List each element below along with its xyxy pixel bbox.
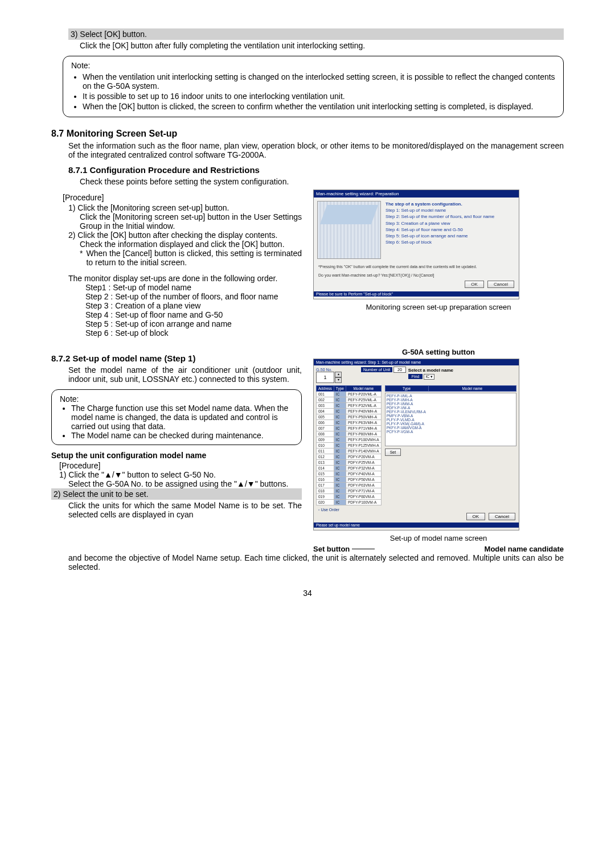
set-button-label: Set button xyxy=(313,545,350,553)
step-line: Step 6: Set-up of block xyxy=(386,239,494,245)
table-row[interactable]: 012ICPDFY-P20VM-A xyxy=(317,454,382,460)
note-title: Note: xyxy=(71,61,555,70)
table-row[interactable]: 020ICPDFY-P100VM-A xyxy=(317,500,382,505)
table-row[interactable]: 001ICPEFY-P20VML-A xyxy=(317,392,382,397)
note-item: The Charge function use this set Model n… xyxy=(71,404,293,431)
step-line: Step 4: Set-up of floor name and G-50 xyxy=(386,227,494,233)
list-item[interactable]: PEFY-P-VML-A xyxy=(387,394,515,398)
screenshot1-caption: Monitoring screen set-up preparation scr… xyxy=(313,303,564,311)
section-8-7-2-heading: 8.7.2 Set-up of model name (Step 1) xyxy=(51,353,302,363)
g50-label: G-50 No. xyxy=(316,368,342,372)
section-8-7-1-intro: Check these points before setting the sy… xyxy=(80,177,564,186)
note-item: When the [OK] button is clicked, the scr… xyxy=(83,102,555,111)
model-name-candidate-label: Model name candidate xyxy=(485,545,564,553)
table-row[interactable]: 008ICPEFY-P80VMH-A xyxy=(317,431,382,437)
note-box-top: Note: When the ventilation unit interloc… xyxy=(63,56,564,117)
step3-gray-header: 3) Select [OK] button. xyxy=(68,28,564,40)
step-item: Step 4 : Set-up of floor name and G-50 xyxy=(85,310,302,319)
procedure-label: [Procedure] xyxy=(59,461,302,470)
statusbar: Please be sure to Perform "Set-up of blo… xyxy=(314,291,519,297)
proc1-head: 1) Click the [Monitoring screen set-up] … xyxy=(68,203,302,212)
step-line: Step 5: Set-up of icon arrange and name xyxy=(386,233,494,239)
table-row[interactable]: 007ICPEFY-P71VMH-A xyxy=(317,426,382,431)
note-item: When the ventilation unit interlocking s… xyxy=(83,72,555,90)
section-8-7-2-intro: Set the model name of the air conditione… xyxy=(68,365,302,384)
col-address: Address xyxy=(317,386,334,392)
g50a-setting-button-label: G-50A setting button xyxy=(313,348,564,356)
screenshot-model-name: Man-machine setting wizard: Step 1: Set-… xyxy=(313,359,519,530)
note-box-872: Note: The Charge function use this set M… xyxy=(51,389,302,445)
list-item[interactable]: PEFY-P-VMM-A xyxy=(387,402,515,406)
cancel-button[interactable]: Cancel xyxy=(489,513,515,520)
list-item[interactable]: PLFY-P-VKM(-GAM)-A xyxy=(387,422,515,426)
section-8-7-1-heading: 8.7.1 Configuration Procedure and Restri… xyxy=(68,165,564,175)
note-title: Note: xyxy=(60,394,293,404)
proc872-1-body: Select the G-50A No. to be assigned usin… xyxy=(68,479,302,488)
unit-image xyxy=(317,201,381,259)
screenshot2-caption: Set-up of model name screen xyxy=(313,534,564,542)
radio-use-order[interactable]: ◦ Use Order xyxy=(318,508,339,512)
note-item: It is possible to set up to 16 indoor un… xyxy=(83,92,555,101)
table-row[interactable]: 006ICPEFY-P63VMH-A xyxy=(317,420,382,426)
table-row[interactable]: 013ICPDFY-P25VM-A xyxy=(317,460,382,466)
list-item[interactable]: PEFY-P-VLEM/VLRM-A xyxy=(387,410,515,414)
list-item[interactable]: PLFY-P-VLMD-A xyxy=(387,418,515,422)
list-item[interactable]: PKFY-P-VAM/VGM-A xyxy=(387,426,515,430)
select-model-label: Select a model name xyxy=(408,368,516,373)
col-type: Type xyxy=(334,386,346,392)
ok-button[interactable]: OK xyxy=(465,281,484,288)
step-item: Step 2 : Set-up of the number of floors,… xyxy=(85,292,302,301)
step-item: Step 5 : Set-up of icon arrange and name xyxy=(85,319,302,328)
col-mname: Model name xyxy=(428,386,516,392)
type-list[interactable]: PEFY-P-VML-APEFY-P-VMH-APEFY-P-VMM-APDFY… xyxy=(385,393,516,446)
col-type2: Type xyxy=(385,386,428,392)
table-row[interactable]: 019ICPDFY-P80VM-A xyxy=(317,494,382,500)
g50-spinner[interactable]: ▴▾ xyxy=(335,372,342,383)
window-titlebar: Man-machine setting wizard: Preparation xyxy=(314,190,519,198)
list-item[interactable]: PEFY-P-VMH-A xyxy=(387,398,515,402)
step-item: Step1 : Set-up of model name xyxy=(85,283,302,292)
proc2-star: When the [Cancel] button is clicked, thi… xyxy=(86,249,302,267)
set-button[interactable]: Set xyxy=(385,449,401,456)
table-row[interactable]: 017ICPDFY-P63VM-A xyxy=(317,483,382,488)
list-item[interactable]: PDFY-P-VM-A xyxy=(387,406,515,410)
window-titlebar: Man-machine setting wizard: Step 1: Set-… xyxy=(314,359,519,365)
note-item: The Model name can be checked during mai… xyxy=(71,431,293,440)
proc2-body: Check the information displayed and clic… xyxy=(80,240,302,249)
num-unit-label: Number of Unit xyxy=(361,367,392,372)
proc872-2-head-gray: 2) Select the unit to be set. xyxy=(51,488,302,500)
proc872-2-body-full: and become the objective of Model Name s… xyxy=(68,553,564,571)
table-row[interactable]: 003ICPEFY-P32VML-A xyxy=(317,403,382,409)
page-number: 34 xyxy=(51,589,564,598)
cancel-button[interactable]: Cancel xyxy=(487,281,514,288)
step-line: Step 2: Set-up of the number of floors, … xyxy=(386,213,494,220)
table-row[interactable]: 002ICPEFY-P25VML-A xyxy=(317,397,382,403)
proc872-2-body-short: Click the units for which the same Model… xyxy=(68,501,302,519)
table-row[interactable]: 018ICPDFY-P71VM-A xyxy=(317,488,382,494)
proc872-1-head: 1) Click the "▲/▼" button to select G-50… xyxy=(59,470,302,479)
table-row[interactable]: 015ICPDFY-P40VM-A xyxy=(317,471,382,477)
chevron-up-icon[interactable]: ▴ xyxy=(335,372,342,377)
ic-selector[interactable]: IC ▾ xyxy=(424,374,434,380)
g50-number-input[interactable]: 1 xyxy=(316,372,334,383)
step-line: Step 3: Creation of a plane view xyxy=(386,220,494,227)
chevron-down-icon[interactable]: ▾ xyxy=(335,377,342,383)
find-label: Find xyxy=(408,374,423,379)
table-row[interactable]: 005ICPEFY-P50VMH-A xyxy=(317,414,382,420)
table-row[interactable]: 009ICPEFY-P100VMH-A xyxy=(317,437,382,443)
step-line: Step 1: Set-up of model name xyxy=(386,207,494,213)
warning-text: *Pressing this "OK" button will complete… xyxy=(314,262,519,271)
step-item: Step 3 : Creation of a plane view xyxy=(85,301,302,310)
list-item[interactable]: PMFY-P-VBM-A xyxy=(387,414,515,418)
table-row[interactable]: 016ICPDFY-P50VM-A xyxy=(317,477,382,483)
prompt-text: Do you want Man-machine set-up? Yes:[NEX… xyxy=(314,271,519,279)
list-item[interactable]: PCFY-P-VGM-A xyxy=(387,430,515,434)
ok-button[interactable]: OK xyxy=(466,513,486,520)
proc2-head: 2) Click the [OK] button after checking … xyxy=(68,231,302,240)
table-row[interactable]: 011ICPEFY-P140VMH-A xyxy=(317,449,382,454)
table-row[interactable]: 004ICPEFY-P40VMH-A xyxy=(317,409,382,414)
screenshot-preparation: Man-machine setting wizard: Preparation … xyxy=(313,190,519,299)
table-row[interactable]: 014ICPDFY-P32VM-A xyxy=(317,466,382,471)
step3-desc: Click the [OK] button after fully comple… xyxy=(80,41,564,50)
table-row[interactable]: 010ICPEFY-P125VMH-A xyxy=(317,443,382,449)
